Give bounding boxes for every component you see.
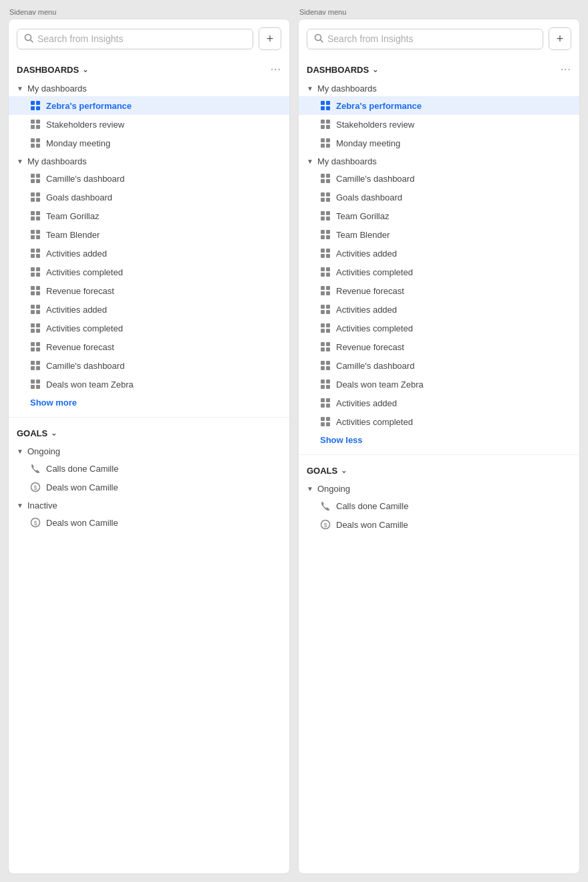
svg-rect-114 <box>321 329 325 333</box>
svg-rect-47 <box>36 323 40 327</box>
nav-item[interactable]: Activities added <box>9 300 289 319</box>
nav-item[interactable]: Activities completed <box>299 263 579 281</box>
nav-item[interactable]: Activities completed <box>9 319 289 337</box>
svg-rect-92 <box>321 230 325 234</box>
nav-item[interactable]: Revenue forecast <box>299 337 579 356</box>
nav-item[interactable]: Activities added <box>299 394 579 412</box>
svg-rect-25 <box>36 216 40 220</box>
nav-item[interactable]: Deals won team Zebra <box>299 375 579 394</box>
goals-group-label-0[interactable]: ▼ Ongoing <box>9 442 289 459</box>
goal-nav-item[interactable]: $ Deals won Camille <box>299 515 579 534</box>
nav-item[interactable]: Activities completed <box>299 319 579 337</box>
group-label-1[interactable]: ▼ My dashboards <box>299 152 579 169</box>
svg-rect-34 <box>31 267 35 271</box>
goal-nav-item[interactable]: Calls done Camille <box>299 496 579 515</box>
dashboard-grid-icon <box>320 416 331 427</box>
nav-item[interactable]: Team Blender <box>299 225 579 244</box>
goals-group-label-1[interactable]: ▼ Inactive <box>9 496 289 513</box>
nav-item[interactable]: Zebra's performance <box>9 96 289 115</box>
search-row: Search from Insights+ <box>9 27 289 58</box>
group-label-0[interactable]: ▼ My dashboards <box>299 80 579 96</box>
goals-title-text: GOALS <box>17 428 47 438</box>
nav-item[interactable]: Camille's dashboard <box>299 169 579 188</box>
nav-item[interactable]: Revenue forecast <box>299 281 579 300</box>
nav-item[interactable]: Stakeholders review <box>9 115 289 134</box>
goal-nav-item-label: Calls done Camille <box>46 464 118 474</box>
nav-item[interactable]: Activities added <box>9 244 289 263</box>
goal-nav-item[interactable]: $ Deals won Camille <box>9 513 289 532</box>
nav-item[interactable]: Activities completed <box>9 263 289 281</box>
svg-rect-127 <box>326 385 330 389</box>
add-button[interactable]: + <box>549 27 571 50</box>
nav-item[interactable]: Camille's dashboard <box>9 356 289 375</box>
svg-rect-125 <box>326 380 330 384</box>
svg-rect-83 <box>326 179 330 183</box>
dashboard-grid-icon <box>320 229 331 240</box>
group-label-0[interactable]: ▼ My dashboards <box>9 80 289 96</box>
nav-item[interactable]: Team Gorillaz <box>299 206 579 225</box>
add-button[interactable]: + <box>259 27 281 50</box>
svg-rect-122 <box>321 366 325 370</box>
goal-nav-item[interactable]: Calls done Camille <box>9 459 289 478</box>
dashboard-grid-icon <box>30 138 41 148</box>
svg-rect-18 <box>31 192 35 196</box>
nav-item[interactable]: Activities completed <box>299 412 579 431</box>
nav-item[interactable]: Camille's dashboard <box>299 356 579 375</box>
more-options-button[interactable]: ··· <box>271 63 281 76</box>
section-title[interactable]: DASHBOARDS ⌄ <box>307 65 378 75</box>
group-label-1[interactable]: ▼ My dashboards <box>9 152 289 169</box>
svg-rect-23 <box>36 211 40 215</box>
nav-item[interactable]: Goals dashboard <box>9 188 289 206</box>
search-box[interactable]: Search from Insights <box>17 29 253 49</box>
svg-rect-20 <box>31 198 35 202</box>
svg-rect-24 <box>31 216 35 220</box>
nav-item-label: Goals dashboard <box>46 192 112 202</box>
divider <box>299 454 579 455</box>
nav-item[interactable]: Stakeholders review <box>299 115 579 134</box>
svg-rect-49 <box>36 329 40 333</box>
nav-item[interactable]: Team Blender <box>9 225 289 244</box>
nav-item[interactable]: Goals dashboard <box>299 188 579 206</box>
goals-group-label-0[interactable]: ▼ Ongoing <box>299 480 579 496</box>
section-header-goals: GOALS ⌄ <box>9 423 289 442</box>
dashboard-grid-icon <box>30 285 41 296</box>
nav-item-label: Camille's dashboard <box>46 361 124 371</box>
search-box[interactable]: Search from Insights <box>307 29 543 49</box>
dashboard-grid-icon <box>30 304 41 315</box>
svg-rect-9 <box>36 125 40 129</box>
svg-rect-112 <box>321 323 325 327</box>
nav-item-label: Monday meeting <box>46 138 110 148</box>
nav-item[interactable]: Revenue forecast <box>9 337 289 356</box>
nav-item[interactable]: Activities added <box>299 300 579 319</box>
svg-rect-40 <box>31 291 35 295</box>
svg-rect-96 <box>321 249 325 253</box>
goal-nav-item[interactable]: $ Deals won Camille <box>9 478 289 496</box>
svg-rect-11 <box>36 138 40 142</box>
nav-item[interactable]: Deals won team Zebra <box>9 375 289 394</box>
group-label-text: My dashboards <box>317 156 377 166</box>
svg-rect-38 <box>31 286 35 290</box>
goals-group-text: Inactive <box>27 500 57 510</box>
more-options-button[interactable]: ··· <box>561 63 571 76</box>
svg-rect-59 <box>36 380 40 384</box>
nav-item[interactable]: Monday meeting <box>299 134 579 152</box>
show-more-link[interactable]: Show more <box>9 394 289 412</box>
nav-item[interactable]: Revenue forecast <box>9 281 289 300</box>
svg-rect-113 <box>326 323 330 327</box>
svg-rect-53 <box>36 347 40 351</box>
show-less-link[interactable]: Show less <box>299 431 579 449</box>
section-title[interactable]: DASHBOARDS ⌄ <box>17 65 88 75</box>
chevron-icon: ▼ <box>307 85 313 92</box>
search-icon <box>24 33 33 45</box>
svg-rect-27 <box>36 230 40 234</box>
nav-item[interactable]: Camille's dashboard <box>9 169 289 188</box>
nav-item[interactable]: Zebra's performance <box>299 96 579 115</box>
svg-rect-84 <box>321 192 325 196</box>
nav-item[interactable]: Activities added <box>299 244 579 263</box>
nav-item[interactable]: Monday meeting <box>9 134 289 152</box>
panel-0: Sidenav menuSearch from Insights+DASHBOA… <box>8 8 290 874</box>
goals-title[interactable]: GOALS ⌄ <box>17 428 57 438</box>
goals-title[interactable]: GOALS ⌄ <box>307 466 347 476</box>
nav-item[interactable]: Team Gorillaz <box>9 206 289 225</box>
nav-item-label: Stakeholders review <box>336 120 414 130</box>
